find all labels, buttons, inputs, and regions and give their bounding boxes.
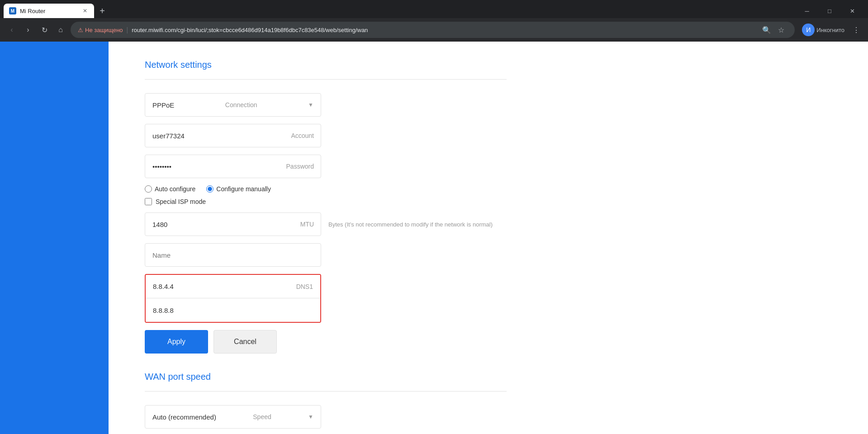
more-menu-icon[interactable]: ⋮: [850, 24, 863, 36]
wan-speed-select[interactable]: Auto (recommended) Speed ▼: [145, 405, 321, 429]
warning-icon: ⚠: [78, 27, 83, 33]
chevron-down-icon: ▼: [308, 102, 313, 108]
security-warning: ⚠ Не защищено: [78, 27, 123, 33]
auto-configure-option[interactable]: Auto configure: [145, 185, 195, 193]
wan-speed-section: WAN port speed Auto (recommended) Speed …: [145, 372, 507, 429]
bookmark-icon[interactable]: ☆: [775, 24, 787, 36]
url-actions: 🔍 ☆: [760, 24, 787, 36]
tab-close-button[interactable]: ✕: [81, 7, 89, 14]
account-input[interactable]: [145, 124, 321, 147]
name-field: [145, 243, 507, 267]
minimize-button[interactable]: ─: [797, 4, 817, 18]
manual-configure-radio[interactable]: [206, 185, 213, 193]
name-input[interactable]: [145, 243, 321, 267]
dns1-field: 8.8.4.4 DNS1: [146, 275, 320, 298]
manual-configure-label: Configure manually: [216, 185, 271, 193]
dns1-label: DNS1: [296, 283, 313, 290]
manual-configure-option[interactable]: Configure manually: [206, 185, 271, 193]
apply-button[interactable]: Apply: [145, 330, 208, 354]
home-button[interactable]: ⌂: [54, 24, 67, 36]
tab-title: Mi Router: [20, 8, 78, 14]
chevron-down-icon: ▼: [308, 414, 313, 420]
network-settings-section: Network settings PPPoE Connection ▼ Acco…: [145, 60, 507, 354]
browser-chrome: M Mi Router ✕ + ─ □ ✕ ‹ › ↻ ⌂ ⚠ Не защищ…: [0, 0, 868, 42]
auto-configure-label: Auto configure: [155, 185, 195, 193]
account-field: Account: [145, 124, 507, 147]
refresh-button[interactable]: ↻: [38, 24, 51, 36]
wan-speed-value: Auto (recommended): [152, 413, 216, 421]
profile-button[interactable]: И Инкогнито: [798, 22, 848, 38]
new-tab-button[interactable]: +: [96, 5, 109, 17]
profile-icon: И: [802, 24, 815, 36]
tab-bar: M Mi Router ✕ + ─ □ ✕: [0, 0, 868, 18]
wan-speed-title: WAN port speed: [145, 372, 507, 382]
dns2-input[interactable]: [153, 307, 313, 314]
password-field: Password: [145, 155, 507, 178]
tab-favicon: M: [9, 7, 16, 14]
page-content: Network settings PPPoE Connection ▼ Acco…: [0, 42, 868, 434]
special-isp-group: Special ISP mode: [145, 198, 507, 205]
network-settings-title: Network settings: [145, 60, 507, 70]
sidebar: [0, 42, 109, 434]
url-text: router.miwifi.com/cgi-bin/luci/;stok=cbc…: [132, 27, 757, 33]
close-window-button[interactable]: ✕: [842, 4, 863, 18]
window-controls: ─ □ ✕: [797, 4, 864, 18]
dns1-value: 8.8.4.4: [153, 283, 296, 290]
connection-type-value: PPPoE: [152, 101, 174, 109]
wan-divider: [145, 391, 507, 392]
dns2-field: [146, 298, 320, 322]
mtu-row: MTU Bytes (It's not recommended to modif…: [145, 212, 507, 236]
profile-label: Инкогнито: [816, 27, 844, 33]
dns-box: 8.8.4.4 DNS1: [145, 274, 321, 323]
special-isp-label: Special ISP mode: [156, 198, 206, 205]
search-icon[interactable]: 🔍: [760, 24, 773, 36]
url-separator: |: [127, 26, 128, 33]
url-bar[interactable]: ⚠ Не защищено | router.miwifi.com/cgi-bi…: [71, 22, 795, 38]
connection-label: Connection: [225, 101, 257, 108]
address-bar: ‹ › ↻ ⌂ ⚠ Не защищено | router.miwifi.co…: [0, 18, 868, 42]
cancel-button[interactable]: Cancel: [213, 330, 277, 354]
password-input[interactable]: [145, 155, 321, 178]
mtu-hint: Bytes (It's not recommended to modify if…: [328, 221, 493, 228]
browser-menu: И Инкогнито ⋮: [798, 22, 863, 38]
browser-tab[interactable]: M Mi Router ✕: [4, 4, 94, 18]
configure-radio-group: Auto configure Configure manually: [145, 185, 507, 193]
special-isp-checkbox[interactable]: [145, 198, 152, 205]
back-button[interactable]: ‹: [5, 24, 18, 36]
forward-button[interactable]: ›: [22, 24, 34, 36]
maximize-button[interactable]: □: [819, 4, 840, 18]
mtu-input[interactable]: [145, 212, 321, 236]
connection-type-select[interactable]: PPPoE Connection ▼: [145, 93, 321, 117]
main-content: Network settings PPPoE Connection ▼ Acco…: [109, 42, 868, 434]
connection-type-field: PPPoE Connection ▼: [145, 93, 507, 117]
button-row: Apply Cancel: [145, 330, 507, 354]
wan-speed-label: Speed: [253, 413, 271, 420]
section-divider: [145, 79, 507, 80]
auto-configure-radio[interactable]: [145, 185, 152, 193]
